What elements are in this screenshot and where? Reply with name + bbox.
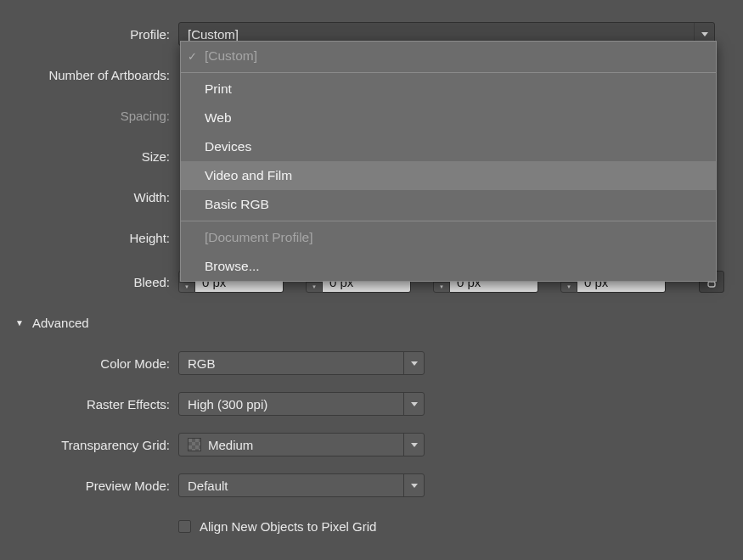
chevron-down-icon bbox=[403, 434, 424, 456]
profile-option-custom[interactable]: ✓ [Custom] bbox=[181, 42, 716, 70]
chevron-down-icon[interactable]: ▼ bbox=[434, 283, 449, 293]
profile-label: Profile: bbox=[0, 27, 178, 42]
profile-option-video-and-film[interactable]: Video and Film bbox=[181, 161, 716, 190]
profile-option-basic-rgb[interactable]: Basic RGB bbox=[181, 190, 716, 219]
preview-mode-label: Preview Mode: bbox=[0, 479, 178, 493]
chevron-down-icon[interactable]: ▼ bbox=[179, 283, 194, 293]
chevron-down-icon[interactable]: ▼ bbox=[307, 283, 322, 293]
align-to-pixel-grid-field[interactable]: Align New Objects to Pixel Grid bbox=[178, 519, 376, 534]
transparency-swatch-icon bbox=[188, 438, 201, 451]
color-mode-label: Color Mode: bbox=[0, 356, 178, 371]
color-mode-select[interactable]: RGB bbox=[178, 351, 425, 375]
align-to-pixel-grid-checkbox[interactable] bbox=[178, 520, 191, 533]
chevron-down-icon bbox=[403, 474, 424, 496]
raster-effects-label: Raster Effects: bbox=[0, 397, 178, 412]
chevron-down-icon bbox=[403, 393, 424, 415]
profile-option-print[interactable]: Print bbox=[181, 75, 716, 104]
chevron-down-icon[interactable]: ▼ bbox=[561, 283, 577, 293]
bleed-label: Bleed: bbox=[0, 275, 178, 289]
disclosure-triangle-icon: ▼ bbox=[15, 318, 24, 328]
transparency-grid-label: Transparency Grid: bbox=[0, 438, 178, 452]
align-to-pixel-grid-label: Align New Objects to Pixel Grid bbox=[200, 519, 376, 534]
preview-mode-select[interactable]: Default bbox=[178, 473, 425, 497]
artboards-label: Number of Artboards: bbox=[0, 68, 178, 82]
height-label: Height: bbox=[0, 231, 178, 245]
spacing-label: Spacing: bbox=[0, 109, 178, 123]
raster-effects-value: High (300 ppi) bbox=[188, 397, 267, 412]
advanced-section-toggle[interactable]: ▼ Advanced bbox=[0, 302, 743, 343]
size-label: Size: bbox=[0, 149, 178, 164]
preview-mode-value: Default bbox=[188, 479, 228, 493]
menu-separator bbox=[181, 221, 716, 221]
width-label: Width: bbox=[0, 190, 178, 204]
profile-selected-value: [Custom] bbox=[188, 27, 239, 42]
raster-effects-select[interactable]: High (300 ppi) bbox=[178, 392, 425, 416]
chevron-down-icon bbox=[403, 352, 424, 374]
profile-option-document-profile[interactable]: [Document Profile] bbox=[181, 223, 716, 252]
menu-separator bbox=[181, 72, 716, 73]
profile-menu: ✓ [Custom] Print Web Devices Video and F… bbox=[180, 41, 717, 282]
transparency-grid-select[interactable]: Medium bbox=[178, 433, 425, 456]
profile-option-web[interactable]: Web bbox=[181, 104, 716, 132]
profile-option-browse[interactable]: Browse... bbox=[181, 252, 716, 281]
profile-option-devices[interactable]: Devices bbox=[181, 132, 716, 161]
color-mode-value: RGB bbox=[188, 356, 216, 371]
checkmark-icon: ✓ bbox=[188, 50, 197, 63]
transparency-grid-value: Medium bbox=[208, 438, 253, 452]
advanced-section-label: Advanced bbox=[32, 316, 89, 330]
